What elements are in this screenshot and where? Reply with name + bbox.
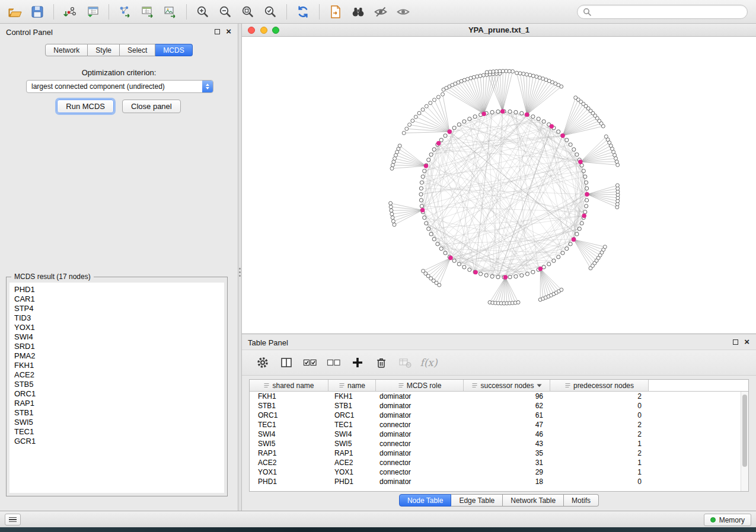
ring-node[interactable] xyxy=(420,204,423,208)
tab-mcds[interactable]: MCDS xyxy=(155,44,192,56)
list-item[interactable]: CAR1 xyxy=(14,294,224,304)
ring-node[interactable] xyxy=(496,275,500,279)
dominator-node[interactable] xyxy=(473,270,477,274)
leaf-node[interactable] xyxy=(615,184,619,187)
minimize-window-icon[interactable] xyxy=(260,27,267,34)
ring-node[interactable] xyxy=(561,251,564,255)
scrollbar-thumb[interactable] xyxy=(742,395,747,467)
ring-node[interactable] xyxy=(552,259,556,262)
ring-node[interactable] xyxy=(427,158,430,162)
tab-edge-table[interactable]: Edge Table xyxy=(451,494,503,507)
unselect-all-button[interactable] xyxy=(324,354,344,371)
list-item[interactable]: SRD1 xyxy=(14,342,224,351)
maximize-window-icon[interactable] xyxy=(272,27,279,34)
leaf-node[interactable] xyxy=(402,132,406,135)
export-image-button[interactable] xyxy=(159,2,181,21)
table-row[interactable]: PHD1PHD1dominator180 xyxy=(250,477,741,486)
leaf-node[interactable] xyxy=(481,73,485,77)
leaf-node[interactable] xyxy=(528,73,532,77)
ring-node[interactable] xyxy=(585,187,589,190)
share-document-button[interactable] xyxy=(324,2,347,21)
close-panel-icon[interactable]: × xyxy=(744,336,749,347)
optimization-criterion-select[interactable]: largest connected component (undirected) xyxy=(26,80,213,93)
table-row[interactable]: ORC1ORC1dominator610 xyxy=(250,411,741,420)
ring-node[interactable] xyxy=(439,247,443,251)
leaf-node[interactable] xyxy=(518,72,522,75)
save-session-button[interactable] xyxy=(26,2,49,21)
list-item[interactable]: STP4 xyxy=(14,304,224,313)
tab-select[interactable]: Select xyxy=(120,44,155,56)
ring-node[interactable] xyxy=(583,210,587,214)
leaf-node[interactable] xyxy=(391,219,395,223)
ring-node[interactable] xyxy=(569,143,572,146)
ring-node[interactable] xyxy=(423,216,426,219)
leaf-node[interactable] xyxy=(433,98,436,102)
export-table-button[interactable] xyxy=(136,2,159,21)
zoom-selected-button[interactable] xyxy=(259,2,282,21)
ring-node[interactable] xyxy=(537,117,540,121)
leaf-node[interactable] xyxy=(442,88,445,91)
ring-node[interactable] xyxy=(583,175,587,178)
leaf-node[interactable] xyxy=(425,104,428,108)
table-row[interactable]: SWI5SWI5connector431 xyxy=(250,439,741,448)
ring-node[interactable] xyxy=(575,153,579,156)
leaf-node[interactable] xyxy=(441,92,445,96)
ring-node[interactable] xyxy=(508,110,512,113)
leaf-node[interactable] xyxy=(603,245,607,249)
ring-node[interactable] xyxy=(575,232,579,236)
tab-network[interactable]: Network xyxy=(45,44,88,56)
column-layout-button[interactable] xyxy=(276,354,296,371)
table-row[interactable]: RAP1RAP1dominator352 xyxy=(250,448,741,458)
close-panel-icon[interactable]: × xyxy=(226,26,231,37)
dominator-node[interactable] xyxy=(424,164,428,168)
ring-node[interactable] xyxy=(462,120,466,123)
ring-node[interactable] xyxy=(457,123,461,126)
dominator-node[interactable] xyxy=(582,214,586,218)
list-item[interactable]: TEC1 xyxy=(14,427,224,437)
ring-node[interactable] xyxy=(514,275,518,278)
ring-node[interactable] xyxy=(468,268,471,271)
column-header-predecessor-nodes[interactable]: predecessor nodes xyxy=(550,380,649,392)
leaf-node[interactable] xyxy=(604,135,608,139)
ring-node[interactable] xyxy=(484,274,488,277)
column-header-successor-nodes[interactable]: successor nodes xyxy=(464,380,550,392)
ring-node[interactable] xyxy=(514,110,518,114)
ring-node[interactable] xyxy=(557,130,560,133)
ring-node[interactable] xyxy=(542,120,546,123)
leaf-node[interactable] xyxy=(522,72,525,76)
ring-node[interactable] xyxy=(531,270,535,274)
ring-node[interactable] xyxy=(525,272,529,275)
leaf-node[interactable] xyxy=(438,283,441,287)
dominator-node[interactable] xyxy=(585,192,589,196)
ring-node[interactable] xyxy=(421,175,425,178)
ring-node[interactable] xyxy=(572,148,576,151)
ring-node[interactable] xyxy=(479,272,483,275)
ring-node[interactable] xyxy=(582,169,585,173)
ring-node[interactable] xyxy=(520,111,524,115)
ring-node[interactable] xyxy=(423,169,426,173)
ring-node[interactable] xyxy=(508,275,512,279)
ring-node[interactable] xyxy=(580,222,583,225)
leaf-node[interactable] xyxy=(390,212,394,216)
export-network-button[interactable] xyxy=(114,2,136,21)
tab-network-table[interactable]: Network Table xyxy=(503,494,564,507)
list-item[interactable]: YOX1 xyxy=(14,323,224,332)
leaf-node[interactable] xyxy=(392,160,395,164)
dominator-node[interactable] xyxy=(420,208,425,212)
leaf-node[interactable] xyxy=(531,74,535,78)
close-window-icon[interactable] xyxy=(248,27,255,34)
select-all-button[interactable] xyxy=(300,354,320,371)
refresh-layout-button[interactable] xyxy=(292,2,314,21)
dominator-node[interactable] xyxy=(500,109,505,113)
ring-node[interactable] xyxy=(429,232,433,236)
leaf-node[interactable] xyxy=(391,216,394,219)
dominator-node[interactable] xyxy=(550,124,554,129)
table-row[interactable]: STB1STB1dominator620 xyxy=(250,401,741,411)
tab-motifs[interactable]: Motifs xyxy=(564,494,599,507)
ring-node[interactable] xyxy=(427,227,430,230)
ring-node[interactable] xyxy=(565,247,569,251)
ring-node[interactable] xyxy=(429,153,433,156)
ring-node[interactable] xyxy=(531,115,535,118)
ring-node[interactable] xyxy=(439,138,443,142)
tab-style[interactable]: Style xyxy=(88,44,120,56)
